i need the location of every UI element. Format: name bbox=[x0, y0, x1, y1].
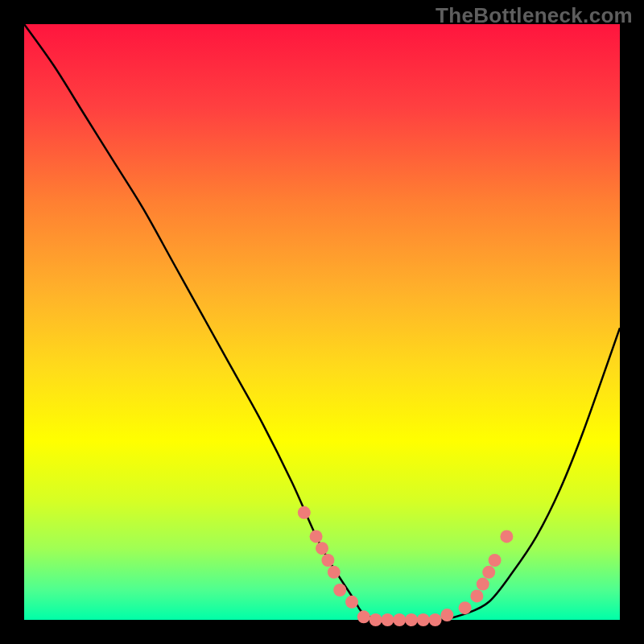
watermark-text: TheBottleneck.com bbox=[436, 3, 633, 28]
data-point bbox=[328, 566, 341, 579]
plot-area bbox=[24, 24, 620, 620]
data-point bbox=[345, 596, 358, 609]
data-point bbox=[405, 613, 418, 626]
data-point bbox=[333, 584, 346, 597]
data-point bbox=[440, 609, 453, 621]
data-point bbox=[477, 578, 489, 591]
data-point bbox=[417, 613, 430, 626]
data-point bbox=[316, 542, 328, 555]
data-point bbox=[500, 530, 513, 543]
chart-frame: TheBottleneck.com bbox=[0, 0, 644, 644]
data-point bbox=[482, 566, 495, 579]
plot-svg bbox=[24, 24, 620, 620]
data-point bbox=[381, 613, 394, 626]
curve-line bbox=[24, 24, 620, 621]
data-point bbox=[470, 589, 483, 602]
data-point bbox=[369, 613, 382, 626]
data-point bbox=[321, 554, 334, 567]
data-point bbox=[489, 554, 502, 567]
data-point bbox=[310, 530, 323, 543]
data-point bbox=[298, 506, 311, 519]
data-point bbox=[393, 613, 406, 626]
data-point bbox=[429, 613, 442, 626]
data-point bbox=[357, 610, 370, 623]
data-point bbox=[459, 601, 472, 614]
